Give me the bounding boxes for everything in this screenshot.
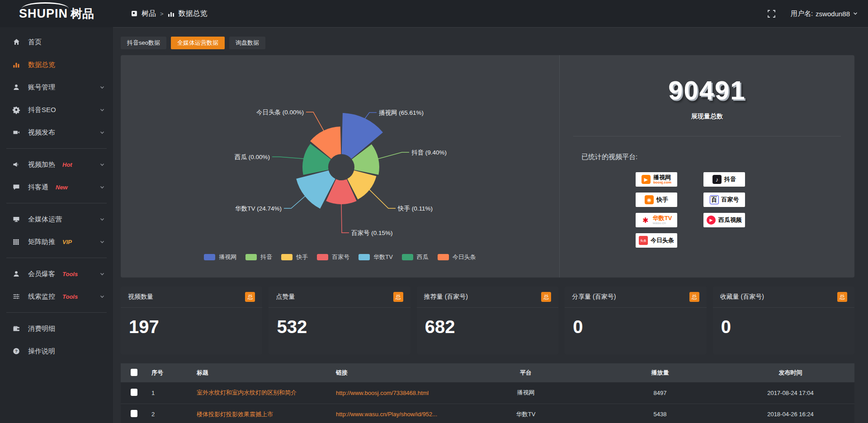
sidebar-item-video-publish[interactable]: 视频发布 (0, 121, 113, 144)
total-badge[interactable]: 总 (393, 292, 403, 302)
platforms-title: 已统计的视频平台: (581, 153, 854, 161)
cell-url-link[interactable]: http://www.wasu.cn/Play/show/id/952... (331, 404, 458, 423)
pie-label: 播视网 (65.61%) (379, 109, 424, 116)
platform-chip-kuaishou[interactable]: ◉ 快手 (636, 193, 677, 207)
card-favorites: 收藏量 (百家号)总 0 (713, 287, 854, 354)
logo-text-en: SHUPIN (19, 7, 68, 21)
label-connector (284, 196, 306, 208)
tab-omnimedia-data[interactable]: 全媒体运营数据 (171, 37, 225, 49)
pie-slice-华数TV[interactable] (296, 170, 335, 209)
sidebar-item-label: 消费明细 (28, 324, 55, 333)
sidebar-item-matrix-boost[interactable]: 矩阵助推 VIP (0, 230, 113, 253)
user-menu[interactable]: 用户名: zswodun88 (791, 9, 858, 18)
megaphone-icon (13, 161, 22, 168)
chevron-down-icon (99, 239, 105, 244)
legend-item[interactable]: 今日头条 (438, 253, 476, 261)
wasu-logo-icon: ✱ (641, 216, 650, 225)
user-icon (13, 270, 22, 277)
sidebar-item-video-heat[interactable]: 视频加热 Hot (0, 153, 113, 176)
pie-label: 华数TV (24.74%) (235, 205, 282, 212)
legend-swatch (281, 254, 292, 260)
tab-douyin-seo-data[interactable]: 抖音seo数据 (121, 37, 166, 49)
sidebar-item-data-overview[interactable]: 数据总览 (0, 53, 113, 76)
sidebar-item-label: 抖音SEO (28, 106, 56, 114)
summary-divider (573, 136, 841, 136)
pie-label: 西瓜 (0.00%) (235, 154, 270, 160)
card-value: 532 (269, 308, 410, 346)
row-checkbox[interactable] (131, 389, 137, 396)
sidebar-item-omnimedia[interactable]: 全媒体运营 (0, 208, 113, 230)
videos-table: 序号 标题 链接 平台 播放量 发布时间 1 室外水纹灯和室内水纹灯的区别和简介… (121, 363, 854, 423)
sidebar-item-douyin-seo[interactable]: 抖音SEO (0, 99, 113, 121)
legend-item[interactable]: 抖音 (245, 253, 272, 261)
app-logo[interactable]: SHUPIN 树品 (0, 0, 113, 27)
card-likes: 点赞量总 532 (269, 287, 410, 354)
table-header-row: 序号 标题 链接 平台 播放量 发布时间 (121, 363, 854, 382)
platform-chip-baijiahao[interactable]: 百 百家号 (703, 193, 745, 207)
sidebar-item-lead-monitor[interactable]: 线索监控 Tools (0, 285, 113, 308)
total-badge[interactable]: 总 (541, 292, 551, 302)
chevron-down-icon (99, 162, 105, 167)
sidebar-item-home[interactable]: 首页 (0, 31, 113, 53)
legend-item[interactable]: 西瓜 (402, 253, 429, 261)
breadcrumb-root[interactable]: 树品 (142, 9, 156, 19)
sidebar-divider (6, 148, 107, 149)
platform-chip-toutiao[interactable]: 头条 今日头条 (636, 233, 677, 248)
sidebar-item-label: 数据总览 (28, 61, 55, 69)
card-value: 0 (565, 308, 706, 346)
username-value: zswodun88 (816, 10, 850, 18)
tab-inquiry-data[interactable]: 询盘数据 (229, 37, 265, 49)
card-label: 点赞量 (276, 293, 295, 301)
select-all-checkbox[interactable] (131, 369, 137, 376)
impressions-total-label: 展现量总数 (560, 113, 854, 121)
fullscreen-icon[interactable] (768, 10, 775, 18)
svg-text:?: ? (15, 348, 18, 353)
sidebar-item-help[interactable]: ? 操作说明 (0, 340, 113, 362)
legend-swatch (204, 254, 215, 260)
impressions-total-value: 90491 (560, 75, 854, 105)
chat-bubble-icon (13, 183, 22, 191)
cell-title-link[interactable]: 楼体投影灯投影效果震撼上市 (192, 404, 331, 423)
monitor-icon (13, 216, 22, 223)
row-checkbox[interactable] (131, 410, 137, 417)
total-badge[interactable]: 总 (245, 292, 255, 302)
legend-swatch (402, 254, 413, 260)
chevron-down-icon (99, 85, 105, 90)
platform-chip-xigua[interactable]: ▶ 西瓜视频 (703, 213, 745, 227)
rose-pie-chart: 播视网 (65.61%)抖音 (9.40%)快手 (0.11%)百家号 (0.1… (121, 55, 559, 277)
pie-label: 快手 (0.11%) (397, 205, 433, 212)
legend-item[interactable]: 华数TV (359, 253, 393, 261)
platform-chips: ▶ 播视网boosj.com ◉ 快手 ✱ 华数TVwasu.cn 头条 今日头… (560, 172, 854, 248)
sidebar-item-label: 账号管理 (28, 83, 55, 92)
legend-swatch (359, 254, 370, 260)
card-video-count: 视频数量总 197 (121, 287, 262, 354)
sidebar-item-label: 首页 (28, 38, 42, 47)
cell-title-link[interactable]: 室外水纹灯和室内水纹灯的区别和简介 (192, 382, 331, 404)
col-header-title: 标题 (192, 363, 331, 382)
label-connector (369, 189, 396, 208)
sidebar-item-doukectong[interactable]: 抖客通 New (0, 176, 113, 198)
sidebar-item-account[interactable]: 账号管理 (0, 76, 113, 99)
rose-pie-svg[interactable]: 播视网 (65.61%)抖音 (9.40%)快手 (0.11%)百家号 (0.1… (121, 55, 559, 277)
legend-item[interactable]: 快手 (281, 253, 308, 261)
sidebar-item-spend-detail[interactable]: 消费明细 (0, 317, 113, 340)
platform-chip-boosj[interactable]: ▶ 播视网boosj.com (636, 172, 677, 187)
kuaishou-logo-icon: ◉ (645, 195, 654, 204)
breadcrumb-current[interactable]: 数据总览 (179, 9, 208, 19)
platform-chip-douyin[interactable]: ♪ 抖音 (703, 172, 745, 187)
total-badge[interactable]: 总 (689, 292, 699, 302)
sidebar-divider (6, 203, 107, 203)
bar-chart-icon (13, 61, 22, 68)
home-icon (13, 38, 22, 46)
total-badge[interactable]: 总 (837, 292, 847, 302)
tools-badge: Tools (62, 293, 78, 300)
card-label: 推荐量 (百家号) (424, 293, 468, 301)
cell-time: 2017-08-24 17:04 (726, 382, 854, 404)
pie-label: 今日头条 (0.00%) (256, 109, 304, 116)
legend-label: 华数TV (373, 253, 393, 261)
legend-item[interactable]: 百家号 (317, 253, 349, 261)
sidebar-item-member-growth[interactable]: 会员爆客 Tools (0, 263, 113, 285)
cell-url-link[interactable]: http://www.boosj.com/7338468.html (331, 382, 458, 404)
legend-item[interactable]: 播视网 (204, 253, 236, 261)
platform-chip-wasu[interactable]: ✱ 华数TVwasu.cn (636, 213, 677, 227)
